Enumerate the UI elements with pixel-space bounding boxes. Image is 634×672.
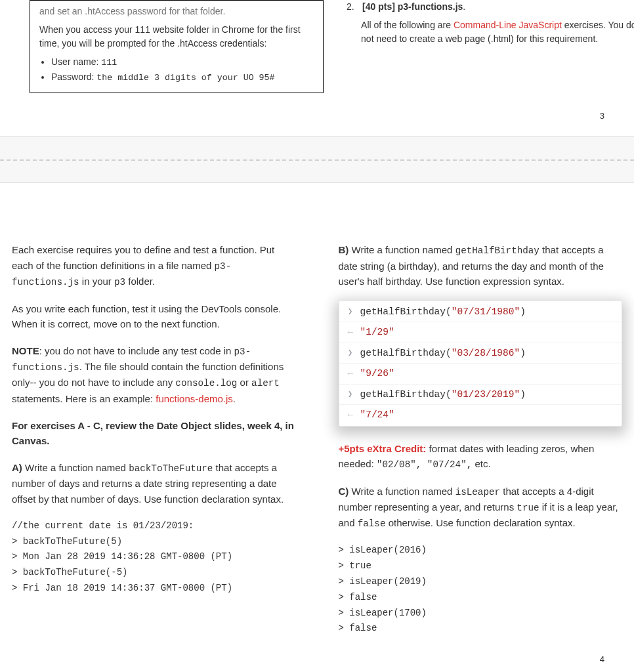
page3-columns: and set an .htAccess password for that f… — [30, 0, 634, 93]
req2-heading: 2. [40 pts] p3-functions.js. — [347, 0, 634, 14]
console-row: ❯getHalfBirthday("07/31/1980") — [339, 302, 622, 322]
chevron-right-icon: ❯ — [347, 308, 354, 316]
req2-title: [40 pts] p3-functions.js. — [362, 0, 465, 14]
req2-desc: All of the following are Command-Line Ja… — [361, 18, 634, 47]
page4-right-col: B) Write a function named getHalfBirthda… — [339, 242, 623, 637]
username-value: 111 — [101, 58, 117, 68]
extra-credit-label: +5pts eXtra Credit: — [339, 443, 427, 454]
req2-desc-pre: All of the following are — [361, 20, 454, 30]
credentials-list: User name: 111 Password: the middle 3 di… — [51, 55, 314, 85]
note-code2: console.log — [175, 378, 237, 388]
req2-number: 2. — [347, 0, 358, 14]
page4-top-margin — [0, 183, 634, 242]
req2-title-bold: [40 pts] p3-functions.js — [362, 1, 463, 12]
cmdline-js-link[interactable]: Command-Line JavaScript — [454, 20, 562, 30]
page4-left-col: Each exercise requires you to define and… — [12, 242, 296, 637]
page3-content: and set an .htAccess password for that f… — [0, 0, 634, 93]
note-d: or — [237, 377, 251, 388]
note-label: NOTE — [12, 345, 39, 356]
devtools-console-panel: ❯getHalfBirthday("07/31/1980")⟵"1/29"❯ge… — [339, 301, 623, 427]
exercise-a: A) Write a function named backToTheFutur… — [12, 460, 296, 507]
intro-p1-b: in your — [79, 276, 114, 287]
return-arrow-icon: ⟵ — [347, 329, 354, 337]
ex-b-label: B) — [339, 244, 349, 255]
ex-c-true: true — [517, 503, 539, 513]
htaccess-box: and set an .htAccess password for that f… — [30, 0, 324, 93]
ex-a-b: Write a function named — [22, 462, 129, 473]
ex-c-e: otherwise. Use function declaration synt… — [385, 517, 575, 528]
page4-content: Each exercise requires you to define and… — [12, 242, 622, 637]
note-code3: alert — [251, 378, 280, 388]
ex-c-false: false — [358, 518, 386, 529]
console-row: ⟵"9/26" — [339, 364, 622, 384]
ex-b-b: Write a function named — [349, 244, 455, 255]
console-fn: getHalfBirthday( — [360, 348, 452, 358]
page-separator — [0, 136, 634, 183]
credential-username: User name: 111 — [51, 55, 314, 70]
console-output: "1/29" — [360, 325, 394, 339]
console-arg: "07/31/1980" — [452, 306, 520, 317]
password-value: the middle 3 digits of your UO 95# — [96, 73, 274, 83]
note-e: statements. Here is an example: — [12, 393, 156, 404]
intro-p2: As you write each function, test it usin… — [12, 301, 296, 332]
requirement-2: 2. [40 pts] p3-functions.js. All of the … — [347, 0, 634, 93]
note-f: . — [233, 393, 236, 404]
functions-demo-link[interactable]: functions-demo.js — [156, 393, 233, 404]
intro-p1-c: folder. — [125, 276, 155, 287]
console-fn-close: ) — [520, 306, 526, 317]
console-input: getHalfBirthday("03/28/1986") — [360, 346, 526, 360]
credential-password: Password: the middle 3 digits of your UO… — [51, 70, 314, 85]
chevron-right-icon: ❯ — [347, 390, 354, 398]
extra-credit-c: etc. — [472, 458, 490, 469]
page4-number: 4 — [0, 637, 634, 672]
page3-number: 3 — [0, 93, 634, 136]
ex-c-label: C) — [339, 486, 349, 497]
console-input: getHalfBirthday("01/23/2019") — [360, 387, 526, 402]
cutoff-line: and set an .htAccess password for that f… — [39, 5, 314, 19]
extra-credit-code: "02/08", "07/24", — [377, 459, 472, 470]
ex-b-fn: getHalfBirthday — [455, 245, 539, 256]
username-label: User name: — [51, 56, 101, 67]
ex-c-fn: isLeaper — [455, 487, 500, 497]
chevron-right-icon: ❯ — [347, 349, 354, 357]
note-paragraph: NOTE: you do not have to include any tes… — [12, 343, 296, 406]
console-fn: getHalfBirthday( — [360, 306, 452, 317]
exercises-review: For exercises A - C, review the Date Obj… — [12, 418, 296, 449]
page4-columns: Each exercise requires you to define and… — [12, 242, 622, 637]
exercise-a-code: //the current date is 01/23/2019: > back… — [12, 518, 296, 597]
console-row: ⟵"7/24" — [339, 405, 622, 425]
return-arrow-icon: ⟵ — [347, 370, 354, 378]
console-arg: "03/28/1986" — [452, 348, 520, 358]
ex-a-label: A) — [12, 462, 22, 473]
console-fn-close: ) — [520, 389, 526, 400]
console-row: ❯getHalfBirthday("01/23/2019") — [339, 385, 622, 405]
exercise-c: C) Write a function named isLeaper that … — [339, 484, 623, 531]
intro-p1-a: Each exercise requires you to define and… — [12, 244, 274, 270]
console-output: "9/26" — [360, 366, 394, 381]
console-row: ⟵"1/29" — [339, 322, 622, 343]
console-row: ❯getHalfBirthday("03/28/1986") — [339, 343, 622, 364]
exercise-b: B) Write a function named getHalfBirthda… — [339, 242, 623, 289]
return-arrow-icon: ⟵ — [347, 411, 354, 419]
note-b: : you do not have to include any test co… — [39, 345, 234, 356]
extra-credit: +5pts eXtra Credit: format dates with le… — [339, 441, 623, 472]
intro-p1-code2: p3 — [114, 277, 125, 287]
password-label: Password: — [51, 72, 96, 82]
htaccess-sentence: When you access your 111 website folder … — [39, 23, 314, 51]
intro-p1: Each exercise requires you to define and… — [12, 242, 296, 289]
console-output: "7/24" — [360, 408, 394, 422]
console-fn: getHalfBirthday( — [360, 389, 452, 400]
console-arg: "01/23/2019" — [452, 389, 520, 400]
ex-c-b: Write a function named — [349, 486, 455, 497]
console-fn-close: ) — [520, 348, 526, 358]
exercise-c-code: > isLeaper(2016) > true > isLeaper(2019)… — [339, 543, 623, 637]
ex-a-fn: backToTheFuture — [129, 463, 213, 474]
console-input: getHalfBirthday("07/31/1980") — [360, 304, 526, 319]
